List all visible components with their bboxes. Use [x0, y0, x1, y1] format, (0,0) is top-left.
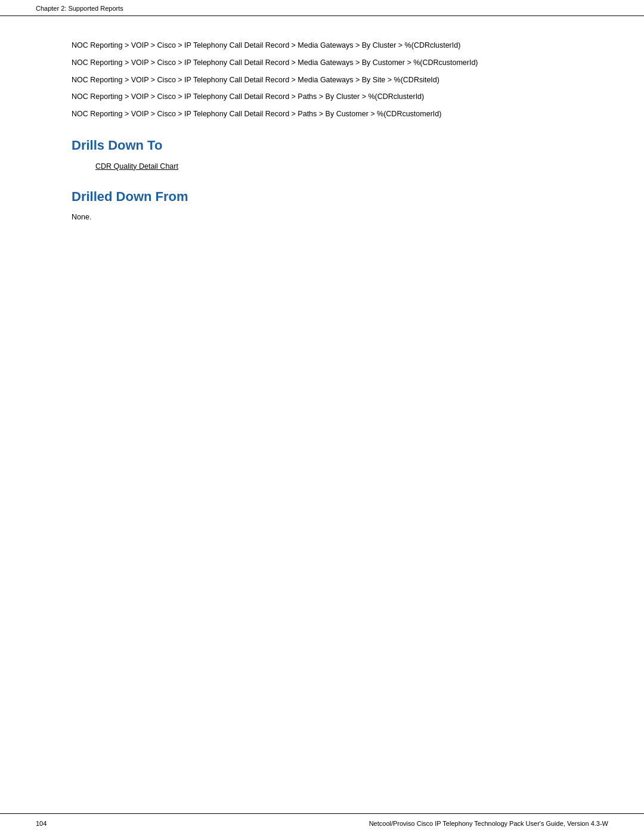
breadcrumb-item: NOC Reporting > VOIP > Cisco > IP Teleph…: [72, 40, 572, 51]
drilled-down-from-section: Drilled Down From None.: [72, 189, 572, 221]
chapter-label: Chapter 2: Supported Reports: [36, 5, 123, 12]
breadcrumb-item: NOC Reporting > VOIP > Cisco > IP Teleph…: [72, 75, 572, 86]
breadcrumb-text-3: NOC Reporting > VOIP > Cisco > IP Teleph…: [72, 76, 439, 84]
footer-page-number: 104: [36, 820, 47, 827]
page-footer: 104 Netcool/Proviso Cisco IP Telephony T…: [0, 813, 644, 833]
page-header: Chapter 2: Supported Reports: [0, 0, 644, 16]
breadcrumb-item: NOC Reporting > VOIP > Cisco > IP Teleph…: [72, 91, 572, 103]
page-container: Chapter 2: Supported Reports NOC Reporti…: [0, 0, 644, 833]
drilled-down-from-content: None.: [72, 213, 572, 221]
cdr-quality-detail-chart-link[interactable]: CDR Quality Detail Chart: [95, 162, 178, 171]
breadcrumb-text-1: NOC Reporting > VOIP > Cisco > IP Teleph…: [72, 41, 460, 49]
breadcrumb-item: NOC Reporting > VOIP > Cisco > IP Teleph…: [72, 109, 572, 120]
footer-title: Netcool/Proviso Cisco IP Telephony Techn…: [369, 820, 608, 827]
breadcrumb-item: NOC Reporting > VOIP > Cisco > IP Teleph…: [72, 57, 572, 69]
breadcrumb-text-2: NOC Reporting > VOIP > Cisco > IP Teleph…: [72, 58, 478, 67]
drills-content: CDR Quality Detail Chart: [95, 162, 572, 171]
breadcrumb-text-4: NOC Reporting > VOIP > Cisco > IP Teleph…: [72, 92, 424, 101]
drills-down-to-section: Drills Down To CDR Quality Detail Chart: [72, 138, 572, 171]
breadcrumb-section: NOC Reporting > VOIP > Cisco > IP Teleph…: [72, 40, 572, 120]
drills-down-to-heading: Drills Down To: [72, 138, 572, 153]
drilled-down-from-heading: Drilled Down From: [72, 189, 572, 205]
main-content: NOC Reporting > VOIP > Cisco > IP Teleph…: [0, 16, 644, 269]
breadcrumb-text-5: NOC Reporting > VOIP > Cisco > IP Teleph…: [72, 110, 441, 118]
